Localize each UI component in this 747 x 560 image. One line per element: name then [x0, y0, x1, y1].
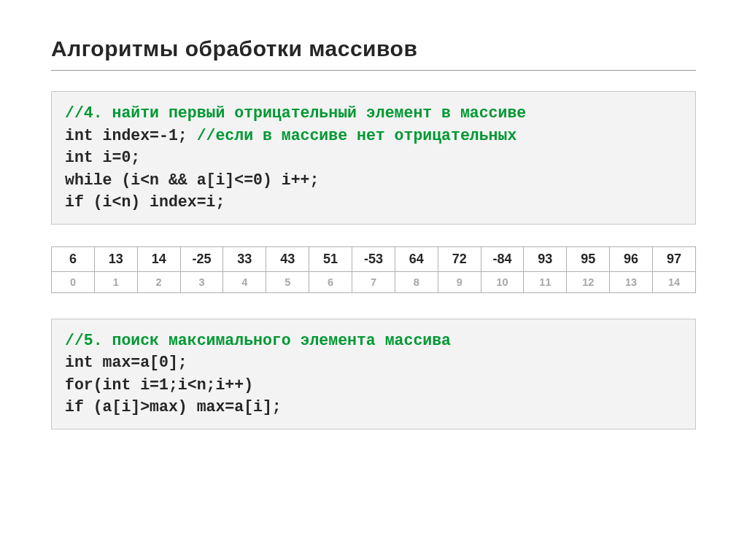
- array-value-cell: 43: [266, 246, 309, 271]
- array-index-cell: 12: [567, 271, 610, 292]
- array-value-cell: -84: [481, 246, 524, 271]
- code-line: if (i<n) index=i;: [65, 193, 225, 211]
- code-line: for(int i=1;i<n;i++): [65, 376, 253, 394]
- array-index-cell: 1: [94, 271, 137, 292]
- code-comment: //5. поиск максимального элемента массив…: [65, 332, 451, 349]
- array-value-cell: 6: [52, 246, 95, 271]
- code-line: while (i<n && a[i]<=0) i++;: [65, 171, 319, 189]
- code-block-1: //4. найти первый отрицательный элемент …: [51, 91, 696, 225]
- code-line: if (a[i]>max) max=a[i];: [65, 398, 282, 416]
- array-index-cell: 7: [352, 271, 395, 292]
- array-value-cell: 96: [610, 246, 653, 271]
- code-line: int index=-1;: [65, 127, 197, 144]
- array-index-cell: 0: [52, 271, 95, 292]
- array-table: 6 13 14 -25 33 43 51 -53 64 72 -84 93 95…: [51, 246, 696, 293]
- array-index-cell: 6: [309, 271, 352, 292]
- array-index-cell: 13: [610, 271, 653, 292]
- array-index-cell: 3: [180, 271, 223, 292]
- code-line: int max=a[0];: [65, 354, 187, 371]
- array-index-cell: 9: [438, 271, 481, 292]
- slide-title: Алгоритмы обработки массивов: [51, 36, 696, 71]
- code-line: int i=0;: [65, 149, 140, 166]
- code-comment: //4. найти первый отрицательный элемент …: [65, 104, 526, 122]
- code-comment: //если в массиве нет отрицательных: [197, 127, 517, 144]
- array-value-cell: 93: [524, 246, 567, 271]
- array-value-cell: -53: [352, 246, 395, 271]
- array-value-cell: 95: [567, 246, 610, 271]
- array-value-cell: 13: [94, 246, 137, 271]
- array-value-cell: 33: [223, 246, 266, 271]
- array-value-cell: -25: [180, 246, 223, 271]
- array-index-cell: 4: [223, 271, 266, 292]
- array-index-cell: 5: [266, 271, 309, 292]
- array-index-cell: 14: [653, 271, 696, 292]
- array-index-cell: 8: [395, 271, 438, 292]
- array-index-cell: 2: [137, 271, 180, 292]
- array-value-cell: 97: [653, 246, 696, 271]
- array-value-cell: 64: [395, 246, 438, 271]
- array-value-cell: 72: [438, 246, 481, 271]
- array-value-cell: 14: [137, 246, 180, 271]
- array-indices-row: 0 1 2 3 4 5 6 7 8 9 10 11 12 13 14: [52, 271, 696, 292]
- array-values-row: 6 13 14 -25 33 43 51 -53 64 72 -84 93 95…: [52, 246, 696, 271]
- array-index-cell: 11: [524, 271, 567, 292]
- code-block-2: //5. поиск максимального элемента массив…: [51, 319, 696, 429]
- array-value-cell: 51: [309, 246, 352, 271]
- array-index-cell: 10: [481, 271, 524, 292]
